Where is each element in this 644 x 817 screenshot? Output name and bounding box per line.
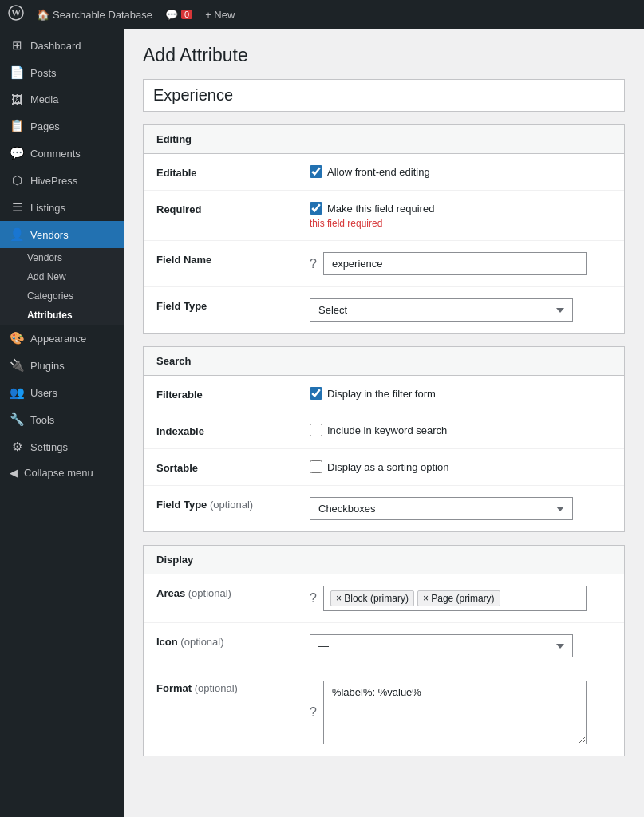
- settings-icon: ⚙: [10, 440, 24, 454]
- sidebar-item-vendors[interactable]: 👤 Vendors: [0, 221, 124, 248]
- site-name[interactable]: 🏠 Searchable Database: [37, 9, 152, 21]
- submenu-item-vendors[interactable]: Vendors: [0, 248, 124, 267]
- areas-control: ? × Block (primary) × Page (primary): [310, 586, 611, 611]
- filterable-checkbox[interactable]: [310, 387, 322, 400]
- format-field-row: Format (optional) ? %label%: %value%: [144, 669, 624, 756]
- field-name-label: Field Name: [156, 252, 300, 266]
- submenu-item-add-new[interactable]: Add New: [0, 267, 124, 286]
- required-control: Make this field required this field requ…: [310, 202, 611, 229]
- sidebar-item-listings[interactable]: ☰ Listings: [0, 194, 124, 221]
- required-field-row: Required Make this field required this f…: [144, 191, 624, 241]
- tag-page-primary[interactable]: × Page (primary): [417, 590, 500, 606]
- icon-select[interactable]: —: [310, 634, 573, 657]
- search-section-body: Filterable Display in the filter form In…: [144, 376, 624, 531]
- search-field-type-control: Checkboxes Select Text: [310, 497, 611, 520]
- attribute-name-input[interactable]: [143, 79, 625, 112]
- format-help-icon[interactable]: ?: [310, 705, 317, 720]
- sidebar-item-hivepress[interactable]: ⬡ HivePress: [0, 167, 124, 194]
- indexable-checkbox[interactable]: [310, 424, 322, 436]
- sidebar-item-posts[interactable]: 📄 Posts: [0, 59, 124, 86]
- sidebar-item-media[interactable]: 🖼 Media: [0, 86, 124, 112]
- sidebar-label-listings: Listings: [30, 202, 65, 214]
- field-name-help-icon[interactable]: ?: [310, 257, 317, 271]
- filterable-field-row: Filterable Display in the filter form: [144, 376, 624, 412]
- search-section: Search Filterable Display in the filter …: [143, 346, 625, 532]
- main-content: Add Attribute Editing Editable Allow fro…: [124, 29, 644, 817]
- sidebar-item-dashboard[interactable]: ⊞ Dashboard: [0, 32, 124, 59]
- filterable-checkbox-label[interactable]: Display in the filter form: [310, 387, 436, 400]
- editing-section-body: Editable Allow front-end editing Require…: [144, 154, 624, 333]
- tag-block-primary[interactable]: × Block (primary): [330, 590, 414, 606]
- appearance-icon: 🎨: [10, 331, 24, 345]
- search-field-type-select[interactable]: Checkboxes Select Text: [310, 497, 573, 520]
- areas-field-row: Areas (optional) ? × Block (primary) × P…: [144, 574, 624, 623]
- sidebar-item-appearance[interactable]: 🎨 Appearance: [0, 325, 124, 352]
- sidebar-label-hivepress: HivePress: [30, 175, 77, 187]
- collapse-menu-button[interactable]: ◀ Collapse menu: [0, 460, 124, 485]
- icon-control: —: [310, 634, 611, 657]
- format-label: Format (optional): [156, 681, 300, 694]
- areas-tags-input[interactable]: × Block (primary) × Page (primary): [323, 586, 587, 611]
- collapse-icon: ◀: [10, 467, 18, 479]
- editing-section-header: Editing: [144, 125, 624, 154]
- editable-field-row: Editable Allow front-end editing: [144, 154, 624, 191]
- areas-label: Areas (optional): [156, 586, 300, 599]
- indexable-checkbox-label[interactable]: Include in keyword search: [310, 424, 447, 436]
- vendors-submenu: Vendors Add New Categories Attributes: [0, 248, 124, 325]
- hivepress-icon: ⬡: [10, 173, 24, 187]
- display-section-header: Display: [144, 546, 624, 574]
- field-type-select-wrapper: Select Text Number Checkboxes: [310, 298, 573, 322]
- submenu-item-categories[interactable]: Categories: [0, 286, 124, 306]
- sortable-control: Display as a sorting option: [310, 460, 611, 473]
- sidebar-item-comments[interactable]: 💬 Comments: [0, 140, 124, 167]
- filterable-label: Filterable: [156, 387, 300, 401]
- areas-help-icon[interactable]: ?: [310, 591, 317, 606]
- sidebar-item-tools[interactable]: 🔧 Tools: [0, 406, 124, 433]
- field-name-input[interactable]: [323, 252, 587, 275]
- required-checkbox-label[interactable]: Make this field required: [310, 202, 434, 215]
- dashboard-icon: ⊞: [10, 38, 24, 53]
- tag-page-primary-label: × Page (primary): [423, 593, 495, 604]
- sidebar-label-tools: Tools: [30, 414, 54, 426]
- sidebar-item-plugins[interactable]: 🔌 Plugins: [0, 352, 124, 379]
- indexable-checkbox-text: Include in keyword search: [327, 424, 447, 436]
- submenu-item-attributes[interactable]: Attributes: [0, 306, 124, 325]
- comment-icon: 💬: [165, 9, 178, 21]
- sidebar-item-users[interactable]: 👥 Users: [0, 379, 124, 406]
- users-icon: 👥: [10, 385, 24, 400]
- comments-count: 0: [181, 10, 192, 19]
- search-field-type-row: Field Type (optional) Checkboxes Select …: [144, 486, 624, 531]
- field-type-select[interactable]: Select Text Number Checkboxes: [310, 298, 573, 322]
- sidebar-label-settings: Settings: [30, 441, 68, 453]
- display-section: Display Areas (optional) ? × Block (prim…: [143, 545, 625, 756]
- sidebar-item-pages[interactable]: 📋 Pages: [0, 112, 124, 140]
- sidebar-label-media: Media: [30, 93, 58, 105]
- comments-bar-item[interactable]: 💬 0: [165, 9, 192, 21]
- admin-menu: ⊞ Dashboard 📄 Posts 🖼 Media 📋 Pages 💬 Co…: [0, 29, 124, 817]
- sortable-checkbox-label[interactable]: Display as a sorting option: [310, 460, 448, 473]
- home-icon: 🏠: [37, 9, 49, 21]
- required-checkbox[interactable]: [310, 202, 322, 215]
- format-textarea[interactable]: %label%: %value%: [323, 681, 587, 744]
- icon-field-label: Icon (optional): [156, 634, 300, 648]
- sidebar-label-appearance: Appearance: [30, 333, 86, 345]
- sidebar-label-users: Users: [30, 387, 57, 399]
- format-control: ? %label%: %value%: [310, 681, 611, 744]
- sidebar-label-dashboard: Dashboard: [30, 40, 81, 52]
- sortable-checkbox[interactable]: [310, 460, 322, 473]
- indexable-control: Include in keyword search: [310, 424, 611, 436]
- page-title: Add Attribute: [143, 45, 625, 66]
- editable-checkbox[interactable]: [310, 165, 322, 178]
- new-bar-item[interactable]: + New: [205, 9, 235, 21]
- wp-logo-icon[interactable]: W: [8, 5, 24, 25]
- required-checkbox-text: Make this field required: [327, 203, 434, 215]
- search-section-header: Search: [144, 347, 624, 376]
- admin-bar: W 🏠 Searchable Database 💬 0 + New: [0, 0, 644, 29]
- field-name-control: ?: [310, 252, 611, 275]
- editable-checkbox-label[interactable]: Allow front-end editing: [310, 165, 430, 178]
- sidebar-item-settings[interactable]: ⚙ Settings: [0, 433, 124, 460]
- sidebar-label-comments: Comments: [30, 148, 81, 160]
- media-icon: 🖼: [10, 93, 24, 106]
- collapse-label: Collapse menu: [24, 467, 93, 479]
- vendors-icon: 👤: [10, 227, 24, 242]
